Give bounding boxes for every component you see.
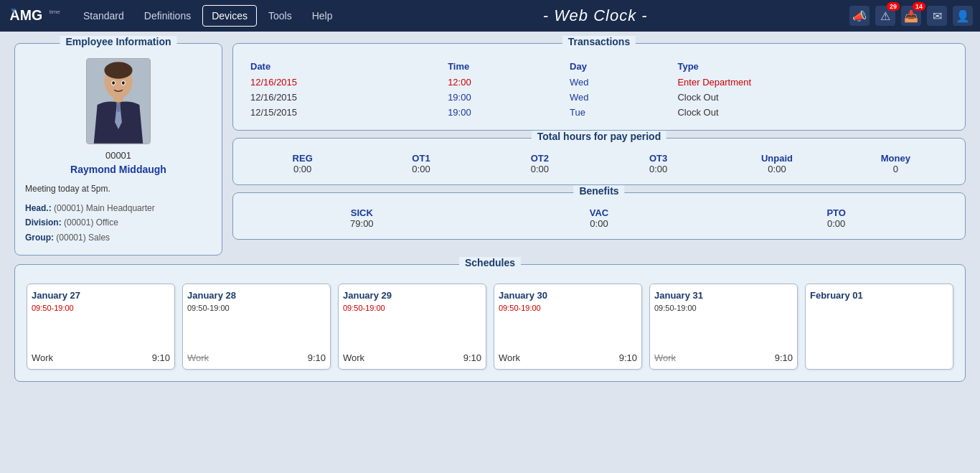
schedule-card: January 27 09:50-19:00 Work9:10: [27, 284, 175, 370]
trans-day: Tue: [562, 105, 670, 120]
work-hours: 9:10: [463, 352, 481, 363]
employee-name: Raymond Middaugh: [70, 164, 166, 175]
schedules-row: January 27 09:50-19:00 Work9:10 January …: [25, 279, 955, 371]
benefit-val: 79:00: [243, 218, 481, 229]
svg-point-5: [104, 62, 132, 78]
work-label: Work: [32, 352, 53, 363]
nav-tools[interactable]: Tools: [260, 6, 301, 26]
megaphone-icon: 📣: [849, 6, 870, 26]
schedule-card: February 01: [805, 284, 953, 370]
benefits-title: Benefits: [573, 185, 624, 197]
trans-time: 19:00: [440, 105, 562, 120]
inbox-badge: 14: [913, 2, 925, 11]
work-hours: 9:10: [308, 352, 326, 363]
schedules-title: Schedules: [459, 257, 521, 268]
schedule-card: January 29 09:50-19:00 Work9:10: [338, 284, 486, 370]
inbox-icon-wrap[interactable]: 📥 14: [901, 6, 921, 26]
work-label: Work: [499, 352, 520, 363]
nav-devices[interactable]: Devices: [202, 5, 257, 27]
work-hours: 9:10: [619, 352, 637, 363]
benefit-label: PTO: [717, 207, 955, 218]
employee-panel-title: Employee Information: [60, 36, 176, 47]
email-icon-wrap[interactable]: ✉: [927, 6, 947, 26]
schedule-work-row: Work9:10: [499, 352, 637, 363]
hours-row: REG0:00OT10:00OT20:00OT30:00Unpaid0:00Mo…: [243, 153, 955, 174]
group-label: Group:: [25, 233, 54, 243]
benefits-col: PTO0:00: [717, 207, 955, 229]
trans-day: Wed: [562, 75, 670, 90]
work-label: Work: [654, 352, 676, 363]
employee-id: 00001: [105, 150, 131, 161]
alert-icon-wrap[interactable]: ⚠ 29: [875, 6, 895, 26]
employee-photo: [86, 58, 151, 144]
trans-date: 12/16/2015: [243, 75, 440, 90]
hours-col: REG0:00: [243, 153, 362, 174]
trans-time: 12:00: [440, 75, 562, 90]
hours-col: OT30:00: [599, 153, 717, 174]
transaction-row: 12/16/2015 19:00 Wed Clock Out: [243, 90, 955, 105]
employee-note: Meeting today at 5pm.: [25, 184, 110, 194]
schedule-card: January 30 09:50-19:00 Work9:10: [494, 284, 642, 370]
trans-type: Clock Out: [670, 90, 955, 105]
col-time: Time: [440, 58, 562, 75]
schedule-work-row: Work9:10: [343, 352, 481, 363]
schedule-time: 09:50-19:00: [343, 304, 481, 312]
schedule-date: January 30: [499, 290, 637, 301]
benefit-val: 0:00: [481, 218, 718, 229]
schedule-date: January 27: [32, 290, 170, 301]
user-icon-wrap[interactable]: 👤: [953, 6, 973, 26]
schedule-work-row: Work9:10: [187, 352, 326, 363]
app-logo[interactable]: AMG time: [7, 4, 65, 28]
schedule-work-row: Work9:10: [32, 352, 170, 363]
hours-col: Unpaid0:00: [717, 153, 836, 174]
trans-day: Wed: [562, 90, 670, 105]
nav-help[interactable]: Help: [303, 6, 341, 26]
benefit-label: SICK: [243, 207, 481, 218]
hours-label: OT3: [599, 153, 717, 164]
division-label: Division:: [25, 217, 62, 228]
schedule-time: 09:50-19:00: [32, 304, 170, 312]
benefit-label: VAC: [481, 207, 718, 218]
work-hours: 9:10: [775, 352, 793, 363]
hours-label: OT2: [481, 153, 599, 164]
benefits-col: VAC0:00: [481, 207, 718, 229]
col-type: Type: [670, 58, 955, 75]
megaphone-icon-wrap[interactable]: 📣: [849, 6, 870, 26]
schedule-date: February 01: [810, 290, 948, 301]
trans-time: 19:00: [440, 90, 562, 105]
hours-col: OT10:00: [362, 153, 480, 174]
hours-col: Money0: [837, 153, 955, 174]
group-val: (00001) Sales: [56, 233, 110, 243]
col-day: Day: [562, 58, 670, 75]
hours-col: OT20:00: [481, 153, 599, 174]
schedule-time: 09:50-19:00: [499, 304, 637, 312]
svg-text:time: time: [50, 9, 61, 15]
transactions-panel: Transactions Date Time Day Type 12/16/20…: [232, 43, 966, 131]
schedules-panel: Schedules January 27 09:50-19:00 Work9:1…: [14, 264, 966, 382]
hours-label: Unpaid: [717, 153, 836, 164]
trans-type: Enter Department: [670, 75, 955, 90]
transaction-row: 12/16/2015 12:00 Wed Enter Department: [243, 75, 955, 90]
hours-val: 0: [837, 164, 955, 174]
benefit-val: 0:00: [717, 218, 955, 229]
svg-point-9: [112, 81, 115, 85]
hours-val: 0:00: [599, 164, 717, 174]
hours-label: REG: [243, 153, 362, 164]
nav-definitions[interactable]: Definitions: [136, 6, 199, 26]
schedule-card: January 31 09:50-19:00 Work9:10: [649, 284, 798, 370]
trans-date: 12/15/2015: [243, 105, 440, 120]
work-label: Work: [187, 352, 209, 363]
transaction-row: 12/15/2015 19:00 Tue Clock Out: [243, 105, 955, 120]
schedule-date: January 31: [654, 290, 793, 301]
work-hours: 9:10: [152, 352, 170, 363]
schedule-date: January 28: [187, 290, 326, 301]
page-title: - Web Clock -: [344, 6, 847, 25]
nav-standard[interactable]: Standard: [75, 6, 133, 26]
total-hours-title: Total hours for pay period: [532, 131, 666, 142]
total-hours-panel: Total hours for pay period REG0:00OT10:0…: [232, 138, 966, 185]
hours-val: 0:00: [362, 164, 480, 174]
benefits-panel: Benefits SICK79:00VAC0:00PTO0:00: [232, 192, 966, 240]
hours-val: 0:00: [481, 164, 599, 174]
work-label: Work: [343, 352, 364, 363]
employee-panel: Employee Information: [14, 43, 222, 256]
